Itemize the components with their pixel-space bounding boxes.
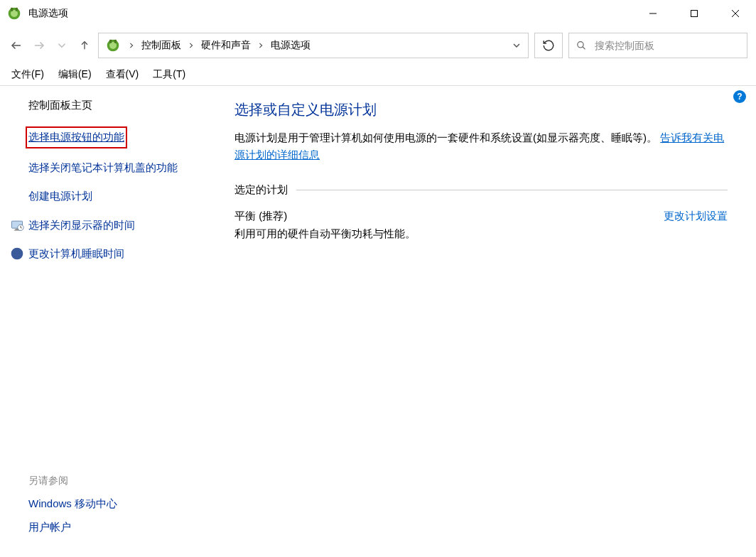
page-heading: 选择或自定义电源计划 <box>234 100 728 119</box>
selected-plan-label: 选定的计划 <box>234 183 288 197</box>
svg-rect-14 <box>114 40 117 43</box>
change-plan-settings-link[interactable]: 更改计划设置 <box>664 210 728 223</box>
title-bar: 电源选项 <box>0 0 756 27</box>
sidebar-link-display-off[interactable]: 选择关闭显示器的时间 <box>28 217 135 234</box>
menu-file[interactable]: 文件(F) <box>9 67 47 82</box>
sidebar-link-power-button[interactable]: 选择电源按钮的功能 <box>27 128 126 147</box>
sidebar-link-close-lid[interactable]: 选择关闭笔记本计算机盖的功能 <box>28 160 199 176</box>
divider <box>296 190 728 190</box>
forward-button[interactable] <box>31 38 47 53</box>
recent-dropdown[interactable] <box>54 38 70 53</box>
breadcrumb-power-options[interactable]: 电源选项 <box>268 38 313 53</box>
plan-row: 平衡 (推荐) 更改计划设置 <box>234 210 728 223</box>
navigation-bar: 控制面板 硬件和声音 电源选项 <box>0 27 756 64</box>
body: 控制面板主页 选择电源按钮的功能 选择关闭笔记本计算机盖的功能 创建电源计划 选… <box>0 86 756 557</box>
window-title: 电源选项 <box>28 7 68 20</box>
main-content: ? 选择或自定义电源计划 电源计划是用于管理计算机如何使用电源的一套硬件和系统设… <box>213 86 756 557</box>
svg-rect-2 <box>11 8 13 11</box>
page-description: 电源计划是用于管理计算机如何使用电源的一套硬件和系统设置(如显示器亮度、睡眠等)… <box>234 129 728 163</box>
power-options-icon <box>106 38 120 53</box>
svg-rect-5 <box>691 11 698 17</box>
address-dropdown[interactable] <box>508 42 525 49</box>
maximize-button[interactable] <box>674 0 715 27</box>
sidebar: 控制面板主页 选择电源按钮的功能 选择关闭笔记本计算机盖的功能 创建电源计划 选… <box>0 86 213 557</box>
search-input[interactable] <box>593 39 740 52</box>
plan-description: 利用可用的硬件自动平衡功耗与性能。 <box>234 227 728 241</box>
selected-plan-section: 选定的计划 <box>234 183 728 197</box>
sidebar-link-create-plan[interactable]: 创建电源计划 <box>28 188 199 205</box>
chevron-right-icon[interactable] <box>185 43 197 48</box>
menu-tools[interactable]: 工具(T) <box>150 67 188 82</box>
close-button[interactable] <box>715 0 756 27</box>
menu-view[interactable]: 查看(V) <box>103 67 142 82</box>
window-controls <box>632 0 756 27</box>
back-button[interactable] <box>9 38 24 53</box>
svg-rect-13 <box>109 40 112 43</box>
minimize-button[interactable] <box>632 0 674 27</box>
svg-rect-3 <box>16 8 18 11</box>
sidebar-home-link[interactable]: 控制面板主页 <box>28 99 199 112</box>
up-button[interactable] <box>77 38 92 53</box>
refresh-button[interactable] <box>534 33 563 58</box>
breadcrumb-hardware-sound[interactable]: 硬件和声音 <box>198 38 254 53</box>
svg-line-16 <box>583 47 585 50</box>
chevron-right-icon[interactable] <box>126 43 137 48</box>
help-icon[interactable]: ? <box>733 90 746 103</box>
svg-point-23 <box>11 248 23 260</box>
menu-bar: 文件(F) 编辑(E) 查看(V) 工具(T) <box>0 64 756 85</box>
address-bar[interactable]: 控制面板 硬件和声音 电源选项 <box>98 33 529 58</box>
search-box[interactable] <box>568 33 747 58</box>
see-also-header: 另请参阅 <box>28 475 199 487</box>
see-also-user-accounts[interactable]: 用户帐户 <box>28 521 199 534</box>
search-icon <box>576 40 586 51</box>
menu-edit[interactable]: 编辑(E) <box>55 67 94 82</box>
monitor-icon <box>10 218 24 232</box>
see-also-mobility-center[interactable]: Windows 移动中心 <box>28 497 199 511</box>
plan-name: 平衡 (推荐) <box>234 210 287 223</box>
moon-icon <box>10 247 24 261</box>
sidebar-link-sleep-time[interactable]: 更改计算机睡眠时间 <box>28 246 124 262</box>
power-options-icon <box>7 6 21 21</box>
svg-point-15 <box>578 42 583 48</box>
breadcrumb-control-panel[interactable]: 控制面板 <box>139 38 184 53</box>
chevron-right-icon[interactable] <box>255 43 266 48</box>
